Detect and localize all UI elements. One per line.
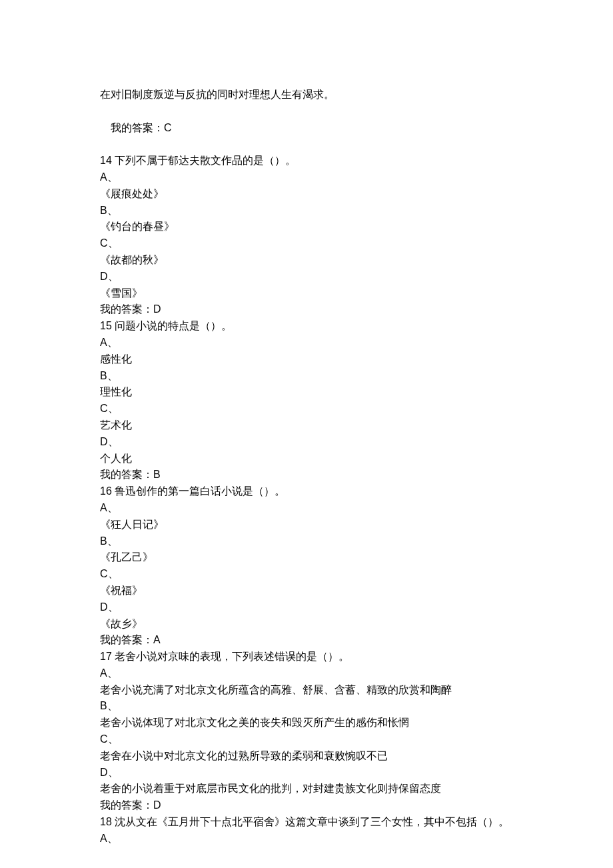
option-letter: C [100, 237, 108, 249]
option-text: 老舍小说充满了对北京文化所蕴含的高雅、舒展、含蓄、精致的欣赏和陶醉 [100, 682, 513, 699]
option-key-line: D、 [100, 269, 513, 285]
question-stem: 17 老舍小说对京味的表现，下列表述错误的是（）。 [100, 649, 513, 665]
option-letter: C [100, 568, 108, 579]
option-text: 老舍在小说中对北京文化的过熟所导致的柔弱和衰败惋叹不已 [100, 748, 513, 765]
option-suffix: 、 [108, 568, 119, 579]
answer-line: 我的答案：D [100, 797, 513, 814]
questions-container: 14 下列不属于郁达夫散文作品的是（）。A、《屐痕处处》B、《钓台的春昼》C、《… [100, 153, 513, 847]
option-suffix: 、 [107, 171, 118, 183]
option-text: 《故乡》 [100, 616, 513, 633]
option-text: 理性化 [100, 384, 513, 401]
option-suffix: 、 [107, 833, 118, 844]
answer-line: 我的答案：D [100, 301, 513, 318]
question-text: 鲁迅创作的第一篇白话小说是（）。 [112, 485, 285, 497]
option-key-line: C、 [100, 731, 513, 748]
option-letter: A [100, 667, 107, 679]
answer-value: B [153, 469, 161, 480]
option-text: 老舍小说体现了对北京文化之美的丧失和毁灭所产生的感伤和怅惘 [100, 715, 513, 731]
option-suffix: 、 [108, 436, 119, 447]
option-letter: B [100, 205, 107, 216]
answer-value: D [153, 303, 161, 315]
option-suffix: 、 [107, 535, 118, 547]
option-key-line: D、 [100, 765, 513, 781]
option-key-line: C、 [100, 401, 513, 417]
option-suffix: 、 [107, 370, 118, 381]
option-text: 《钓台的春昼》 [100, 219, 513, 235]
option-letter: A [100, 833, 107, 844]
question-number: 14 [100, 155, 112, 166]
option-suffix: 、 [107, 205, 118, 216]
answer-line: 我的答案：B [100, 467, 513, 483]
answer-value: A [153, 634, 161, 645]
option-text: 《祝福》 [100, 583, 513, 599]
question-stem: 14 下列不属于郁达夫散文作品的是（）。 [100, 153, 513, 169]
option-letter: A [100, 171, 107, 183]
option-letter: A [100, 337, 107, 348]
option-key-line: B、 [100, 698, 513, 715]
option-text: 《雪国》 [100, 285, 513, 302]
option-suffix: 、 [108, 403, 119, 414]
option-letter: B [100, 535, 107, 547]
option-letter: D [100, 436, 108, 447]
question-text: 沈从文在《五月卅下十点北平宿舍》这篇文章中谈到了三个女性，其中不包括（）。 [112, 816, 509, 827]
answer-value: D [153, 799, 161, 811]
answer-prefix: 我的答案： [100, 469, 153, 480]
question-number: 15 [100, 320, 112, 331]
option-letter: D [100, 601, 108, 613]
option-letter: D [100, 767, 108, 778]
document-page: 在对旧制度叛逆与反抗的同时对理想人生有渴求。 我的答案：C 14 下列不属于郁达… [0, 0, 613, 868]
intro-line: 在对旧制度叛逆与反抗的同时对理想人生有渴求。 [100, 87, 513, 103]
option-suffix: 、 [108, 271, 119, 282]
option-text: 感性化 [100, 351, 513, 368]
option-suffix: 、 [108, 733, 119, 745]
question-text: 下列不属于郁达夫散文作品的是（）。 [112, 155, 296, 166]
option-text: 艺术化 [100, 417, 513, 434]
option-key-line: D、 [100, 434, 513, 451]
option-key-line: A、 [100, 665, 513, 682]
option-key-line: C、 [100, 235, 513, 252]
option-key-line: A、 [100, 831, 513, 847]
answer-prefix: 我的答案： [111, 122, 164, 133]
question-stem: 18 沈从文在《五月卅下十点北平宿舍》这篇文章中谈到了三个女性，其中不包括（）。 [100, 814, 513, 831]
option-suffix: 、 [108, 767, 119, 778]
option-text: 个人化 [100, 451, 513, 467]
question-number: 17 [100, 651, 112, 662]
option-suffix: 、 [107, 337, 118, 348]
option-text: 老舍的小说着重于对底层市民文化的批判，对封建贵族文化则持保留态度 [100, 781, 513, 797]
option-text: 《故都的秋》 [100, 252, 513, 269]
question-number: 18 [100, 816, 112, 827]
option-key-line: A、 [100, 335, 513, 351]
option-key-line: A、 [100, 500, 513, 517]
option-suffix: 、 [107, 502, 118, 513]
answer-line: 我的答案：A [100, 632, 513, 649]
option-suffix: 、 [108, 601, 119, 613]
answer-prefix: 我的答案： [100, 303, 153, 315]
option-key-line: B、 [100, 203, 513, 219]
option-letter: B [100, 700, 107, 711]
answer-prefix: 我的答案： [100, 799, 153, 811]
option-suffix: 、 [108, 237, 119, 249]
option-letter: D [100, 271, 108, 282]
option-letter: A [100, 502, 107, 513]
option-text: 《狂人日记》 [100, 517, 513, 533]
option-key-line: B、 [100, 368, 513, 385]
question-text: 问题小说的特点是（）。 [112, 320, 232, 331]
answer-value: C [164, 122, 172, 133]
option-key-line: C、 [100, 566, 513, 583]
question-number: 16 [100, 485, 112, 497]
answer-prefix: 我的答案： [100, 634, 153, 645]
option-letter: C [100, 733, 108, 745]
option-suffix: 、 [107, 700, 118, 711]
option-key-line: B、 [100, 533, 513, 550]
question-text: 老舍小说对京味的表现，下列表述错误的是（）。 [112, 651, 349, 662]
option-key-line: D、 [100, 599, 513, 616]
option-letter: B [100, 370, 107, 381]
option-letter: C [100, 403, 108, 414]
option-suffix: 、 [107, 667, 118, 679]
option-key-line: A、 [100, 169, 513, 186]
option-text: 《屐痕处处》 [100, 186, 513, 203]
option-text: 《孔乙己》 [100, 549, 513, 566]
question-stem: 15 问题小说的特点是（）。 [100, 318, 513, 335]
question-stem: 16 鲁迅创作的第一篇白话小说是（）。 [100, 483, 513, 500]
intro-answer: 我的答案：C [100, 103, 513, 153]
